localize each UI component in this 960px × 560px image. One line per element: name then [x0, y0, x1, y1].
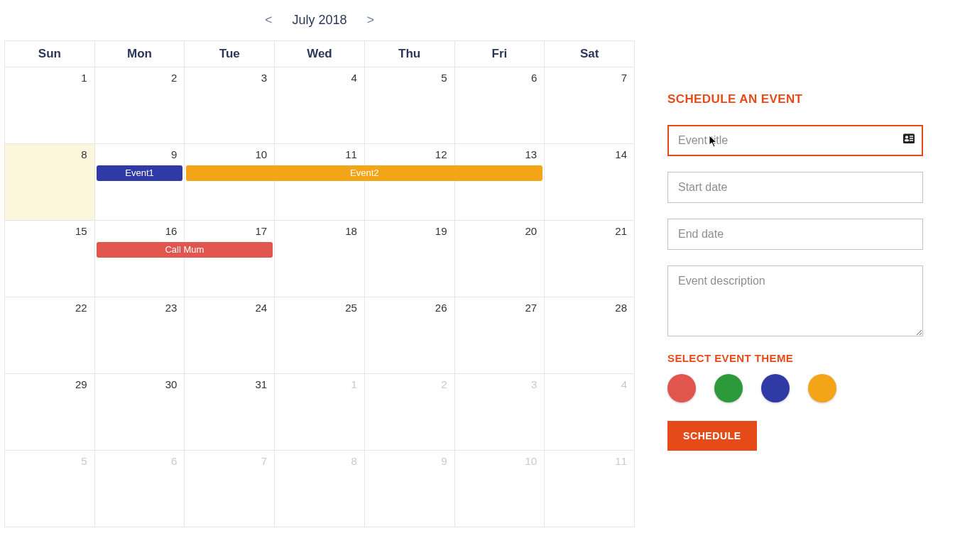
theme-swatch[interactable]	[761, 374, 790, 402]
day-number: 4	[351, 72, 356, 84]
day-number: 11	[345, 148, 357, 160]
day-number: 7	[621, 72, 627, 84]
event-bar[interactable]: Event1	[97, 165, 183, 181]
day-number: 9	[441, 455, 447, 467]
day-cell[interactable]: 19	[364, 221, 454, 297]
day-number: 2	[441, 378, 447, 390]
svg-rect-3	[910, 136, 913, 137]
day-cell[interactable]: 13	[454, 144, 545, 221]
day-cell[interactable]: 3	[185, 67, 275, 144]
day-number: 10	[255, 148, 267, 160]
day-cell[interactable]: 27	[454, 297, 545, 374]
day-number: 8	[81, 148, 87, 160]
day-cell[interactable]: 8	[5, 144, 95, 221]
day-cell[interactable]: 10	[454, 451, 545, 527]
day-cell[interactable]: 21	[545, 221, 635, 297]
day-number: 1	[351, 378, 356, 390]
day-cell[interactable]: 9Event1	[94, 144, 185, 221]
day-cell[interactable]: 24	[185, 297, 275, 374]
day-number: 7	[261, 455, 267, 467]
day-cell[interactable]: 29	[5, 374, 95, 451]
day-cell[interactable]: 10Event2	[185, 144, 275, 221]
day-cell[interactable]: 12	[364, 144, 454, 221]
day-cell[interactable]: 2	[94, 67, 185, 144]
theme-swatch[interactable]	[667, 374, 696, 402]
start-date-input[interactable]	[667, 172, 923, 203]
day-cell[interactable]: 3	[454, 374, 545, 451]
day-cell[interactable]: 20	[454, 221, 545, 297]
day-number: 28	[615, 302, 627, 314]
day-cell[interactable]: 1	[275, 374, 365, 451]
svg-rect-4	[910, 138, 913, 139]
day-cell[interactable]: 4	[275, 67, 365, 144]
day-cell[interactable]: 22	[5, 297, 95, 374]
day-cell[interactable]: 23	[94, 297, 185, 374]
day-number: 26	[435, 302, 447, 314]
day-cell[interactable]: 7	[545, 67, 635, 144]
day-cell[interactable]: 5	[364, 67, 454, 144]
day-number: 21	[615, 225, 627, 237]
day-cell[interactable]: 17	[185, 221, 275, 297]
day-number: 18	[345, 225, 357, 237]
next-month-button[interactable]: >	[361, 10, 381, 31]
day-cell[interactable]: 1	[5, 67, 95, 144]
day-number: 16	[165, 225, 178, 237]
end-date-input[interactable]	[667, 219, 923, 250]
day-cell[interactable]: 5	[5, 451, 95, 527]
day-cell[interactable]: 11	[545, 451, 635, 527]
day-cell[interactable]: 14	[545, 144, 635, 221]
contact-card-icon	[903, 133, 915, 143]
day-cell[interactable]: 4	[545, 374, 635, 451]
day-cell[interactable]: 18	[275, 221, 365, 297]
day-number: 8	[351, 455, 356, 467]
weekday-header: Thu	[364, 41, 454, 67]
calendar-header: < July 2018 >	[4, 4, 635, 40]
form-title: SCHEDULE AN EVENT	[667, 92, 916, 106]
day-cell[interactable]: 2	[364, 374, 454, 451]
event-form-pane: SCHEDULE AN EVENT SELECT EVENT THEME SCH…	[639, 0, 951, 527]
day-cell[interactable]: 16Call Mum	[94, 221, 185, 297]
theme-swatch[interactable]	[808, 374, 836, 402]
day-cell[interactable]: 6	[94, 451, 185, 527]
weekday-header: Mon	[94, 41, 185, 67]
day-cell[interactable]: 9	[364, 451, 454, 527]
day-number: 12	[435, 148, 447, 160]
day-cell[interactable]: 25	[275, 297, 365, 374]
weekday-header: Fri	[454, 41, 545, 67]
calendar-pane: < July 2018 > SunMonTueWedThuFriSat 1234…	[0, 0, 639, 527]
day-cell[interactable]: 11	[275, 144, 365, 221]
day-number: 5	[441, 72, 447, 84]
day-cell[interactable]: 7	[185, 451, 275, 527]
day-number: 13	[525, 148, 538, 160]
day-cell[interactable]: 30	[94, 374, 185, 451]
weekday-header: Tue	[185, 41, 275, 67]
schedule-button[interactable]: SCHEDULE	[667, 421, 757, 451]
day-number: 22	[75, 302, 87, 314]
day-cell[interactable]: 26	[364, 297, 454, 374]
day-number: 3	[531, 378, 537, 390]
day-cell[interactable]: 15	[5, 221, 95, 297]
day-number: 4	[621, 378, 627, 390]
day-cell[interactable]: 8	[275, 451, 365, 527]
calendar-grid: SunMonTueWedThuFriSat 123456789Event110E…	[4, 40, 635, 527]
day-number: 10	[525, 455, 538, 467]
day-number: 6	[531, 72, 537, 84]
theme-swatch[interactable]	[714, 374, 743, 402]
day-number: 6	[171, 455, 177, 467]
day-number: 5	[81, 455, 87, 467]
weekday-header: Wed	[275, 41, 365, 67]
svg-rect-5	[910, 140, 913, 141]
day-cell[interactable]: 6	[454, 67, 545, 144]
day-number: 30	[165, 378, 178, 390]
day-number: 2	[171, 72, 177, 84]
day-cell[interactable]: 28	[545, 297, 635, 374]
event-description-input[interactable]	[667, 265, 923, 336]
theme-label: SELECT EVENT THEME	[667, 352, 916, 364]
day-number: 19	[435, 225, 447, 237]
weekday-header: Sat	[545, 41, 635, 67]
prev-month-button[interactable]: <	[259, 10, 278, 31]
event-title-input[interactable]	[667, 125, 923, 156]
day-cell[interactable]: 31	[185, 374, 275, 451]
day-number: 1	[81, 72, 87, 84]
day-number: 3	[261, 72, 267, 84]
